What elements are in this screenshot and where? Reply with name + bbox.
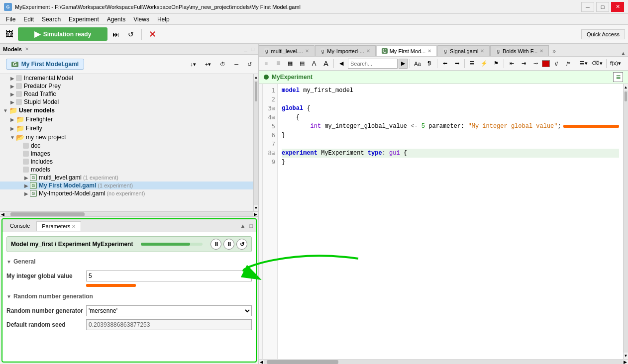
editor-hscroll-left[interactable]: ◀	[259, 360, 264, 364]
simulation-ready-button[interactable]: ▶ Simulation ready	[18, 27, 107, 41]
editor-hscrollbar[interactable]: ◀ ▶	[259, 359, 628, 364]
menu-help[interactable]: Help	[153, 15, 174, 24]
tree-item-stupid[interactable]: ▶ Stupid Model	[0, 98, 253, 106]
menu-experiment[interactable]: Experiment	[65, 15, 103, 24]
editor-tab-imported-close[interactable]: ✕	[366, 48, 370, 54]
ed-font-larger[interactable]: A	[320, 58, 331, 69]
editor-hscroll-right[interactable]: ▶	[623, 360, 628, 364]
editor-tab-myfirst[interactable]: G My First Mod... ✕	[376, 45, 437, 56]
model-action-btn-1[interactable]: ↓▾	[187, 60, 200, 69]
tree-arrow-stupid[interactable]: ▶	[9, 99, 16, 105]
exp-pause-at-button[interactable]: ⏸	[210, 239, 221, 250]
editor-vscrollbar[interactable]: ▲ ▼	[623, 84, 628, 359]
stop-button[interactable]: ✕	[146, 28, 159, 41]
editor-scroll-track[interactable]	[624, 91, 628, 353]
ed-format-btn-2[interactable]: ⚡	[479, 58, 490, 69]
tree-item-myimported[interactable]: ▶ G My-Imported-Model.gaml (no experimen…	[0, 189, 253, 197]
tree-item-firefighter[interactable]: ▶ 📁 Firefighter	[0, 115, 253, 124]
tab-console[interactable]: Console	[4, 221, 35, 230]
maximize-button[interactable]: □	[596, 2, 609, 12]
tree-arrow-myfirstmodel[interactable]: ▶	[23, 183, 30, 188]
scroll-down-button[interactable]: ▼	[254, 205, 258, 211]
tree-arrow-incremental[interactable]: ▶	[9, 76, 16, 81]
menu-search[interactable]: Search	[38, 15, 65, 24]
ed-indent-extra[interactable]: ⤏	[530, 58, 541, 69]
tree-hscrollbar[interactable]: ◀ ▶	[0, 211, 258, 216]
h-scroll-thumb[interactable]	[10, 212, 85, 216]
tree-item-incremental[interactable]: ▶ Incremental Model	[0, 74, 253, 82]
editor-scroll-thumb[interactable]	[625, 91, 627, 101]
ed-more-btn[interactable]: ☰▾	[578, 58, 589, 69]
tree-item-road[interactable]: ▶ Road Traffic	[0, 90, 253, 98]
tree-item-doc[interactable]: doc	[0, 142, 253, 150]
ed-aa-btn[interactable]: Aa	[412, 58, 423, 69]
tree-scrollbar[interactable]: ▲ ▼	[253, 74, 258, 211]
ed-search-input[interactable]	[348, 59, 398, 69]
step-button[interactable]: ⏭	[109, 28, 122, 41]
param-seed-input[interactable]	[86, 319, 252, 330]
scroll-track[interactable]	[254, 81, 258, 205]
tree-arrow-multilevel[interactable]: ▶	[23, 175, 30, 181]
tab-parameters-close[interactable]: ✕	[72, 224, 76, 229]
param-rng-select[interactable]: 'mersenne' random java.util.Random	[86, 305, 252, 316]
ed-comment2-btn[interactable]: /*	[563, 58, 574, 69]
model-action-btn-4[interactable]: ─	[231, 60, 242, 69]
editor-scroll-down[interactable]: ▼	[624, 353, 628, 359]
h-scroll-track[interactable]	[5, 212, 253, 216]
editor-hscroll-thumb[interactable]	[267, 360, 338, 364]
ed-font-smaller[interactable]: A	[309, 58, 319, 69]
maximize-panel-button[interactable]: □	[250, 46, 255, 52]
ed-indent-right[interactable]: ⇥	[518, 58, 529, 69]
h-scroll-right[interactable]: ▶	[253, 212, 258, 217]
editor-tab-imported[interactable]: g My-Imported-... ✕	[315, 45, 376, 56]
general-section-header[interactable]: ▼ General	[6, 256, 252, 267]
tree-item-mynewproject[interactable]: ▼ 📂 my new project	[0, 133, 253, 142]
tree-item-usermodels[interactable]: ▼ 📁 User models	[0, 106, 253, 115]
scroll-up-button[interactable]: ▲	[254, 74, 258, 81]
tab-parameters[interactable]: Parameters ✕	[36, 221, 81, 231]
ed-nav-back[interactable]: ◀	[336, 58, 347, 69]
ed-color-picker[interactable]	[542, 60, 550, 67]
editor-tab-signal-close[interactable]: ✕	[480, 48, 484, 54]
tree-item-includes[interactable]: includes	[0, 158, 253, 166]
h-scroll-left[interactable]: ◀	[0, 212, 5, 217]
ed-indent3-btn[interactable]: ⌫▾	[590, 58, 604, 69]
workspace-icon-button[interactable]: 🖼	[3, 28, 16, 41]
ed-search-button[interactable]: ▶	[399, 59, 408, 69]
model-action-btn-2[interactable]: +▾	[202, 60, 214, 69]
minimize-button[interactable]: ─	[581, 2, 594, 12]
editor-tab-multilevel-close[interactable]: ✕	[305, 48, 309, 54]
tree-arrow-firefly[interactable]: ▶	[9, 126, 16, 131]
close-button[interactable]: ✕	[611, 2, 624, 12]
tree-item-multilevel[interactable]: ▶ G multi_level.gaml (1 experiment)	[0, 174, 253, 182]
tree-arrow-predator[interactable]: ▶	[9, 84, 16, 89]
editor-hscroll-track[interactable]	[264, 360, 623, 364]
tree-arrow-mynewproject[interactable]: ▼	[9, 135, 16, 140]
menu-edit[interactable]: Edit	[19, 15, 38, 24]
tab-overflow-button[interactable]: »	[549, 46, 559, 56]
param-integer-input[interactable]	[86, 271, 252, 281]
model-action-btn-3[interactable]: ⏱	[216, 60, 229, 69]
tree-item-images[interactable]: images	[0, 150, 253, 158]
ed-format-btn-1[interactable]: ☰	[467, 58, 478, 69]
menu-file[interactable]: File	[2, 15, 19, 24]
tree-item-myfirstmodel[interactable]: ▶ G My First Model.gaml (1 experiment)	[0, 182, 253, 189]
ed-func-btn[interactable]: f(x)▾	[609, 58, 623, 69]
ed-comment-btn[interactable]: //	[551, 58, 562, 69]
ed-arrow-right[interactable]: ➡	[451, 58, 462, 69]
menu-agents[interactable]: Agents	[103, 15, 129, 24]
quick-access-button[interactable]: Quick Access	[581, 29, 625, 39]
editor-tab-boids-close[interactable]: ✕	[539, 48, 543, 54]
model-action-btn-5[interactable]: ↺	[244, 60, 255, 69]
tree-item-firefly[interactable]: ▶ 📁 Firefly	[0, 124, 253, 133]
tab-maximize-button[interactable]: □	[248, 223, 254, 229]
ed-arrow-left[interactable]: ⬅	[439, 58, 450, 69]
tree-arrow-myimported[interactable]: ▶	[23, 191, 30, 196]
editor-tab-boids[interactable]: g Boids With F... ✕	[490, 45, 549, 56]
tree-arrow-firefighter[interactable]: ▶	[9, 117, 16, 122]
editor-scroll-up[interactable]: ▲	[624, 84, 628, 91]
editor-tab-multilevel[interactable]: g multi_level.... ✕	[259, 45, 314, 56]
tree-arrow-road[interactable]: ▶	[9, 91, 16, 97]
tree-arrow-usermodels[interactable]: ▼	[2, 108, 9, 113]
exp-pause-button[interactable]: ⏸	[223, 239, 234, 250]
